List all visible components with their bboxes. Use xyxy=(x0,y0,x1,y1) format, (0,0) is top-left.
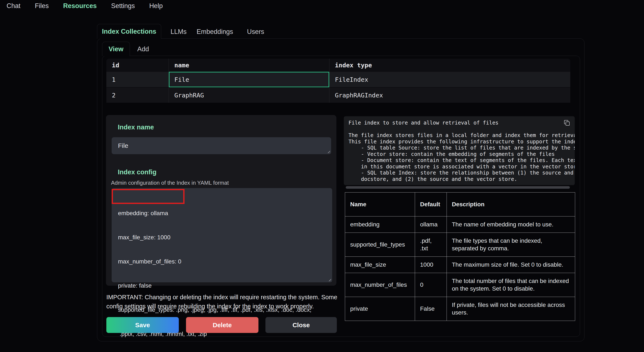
col-header-param-name: Name xyxy=(345,192,415,216)
cell-index-type[interactable]: GraphRAGIndex xyxy=(329,88,570,103)
yaml-line: max_file_size: 1000 xyxy=(118,234,332,242)
index-config-info: Admin configuration of the Index in YAML… xyxy=(111,180,229,186)
params-row: private False If private, files will not… xyxy=(345,297,575,321)
param-description: The file types that can be indexed, sepa… xyxy=(447,233,575,257)
param-name: embedding xyxy=(345,216,415,233)
cell-id[interactable]: 1 xyxy=(106,72,169,87)
param-description: The name of embedding model to use. xyxy=(447,216,575,233)
cell-index-type[interactable]: FileIndex xyxy=(329,72,570,87)
index-collections-table: id name index type 1 File FileIndex 2 Gr… xyxy=(106,59,570,103)
params-header-row: Name Default Description xyxy=(345,192,575,216)
resize-handle[interactable] xyxy=(326,150,330,153)
yaml-line: embedding: ollama xyxy=(118,209,332,217)
doc-line: docstore, and (2) the source and the vec… xyxy=(348,176,575,182)
param-default: False xyxy=(415,297,447,321)
app: Chat Files Resources Settings Help Index… xyxy=(0,0,644,352)
col-header-id: id xyxy=(106,59,169,72)
param-description: If private, files will not be accessible… xyxy=(447,297,575,321)
index-params-table: Name Default Description embedding ollam… xyxy=(345,192,575,321)
doc-line: - SQL table Source: store the list of fi… xyxy=(348,145,575,151)
nav-files[interactable]: Files xyxy=(35,2,48,10)
nav-resources[interactable]: Resources xyxy=(63,2,97,10)
param-default: ollama xyxy=(415,216,447,233)
tab-add[interactable]: Add xyxy=(137,45,149,53)
copy-button[interactable] xyxy=(564,120,571,127)
param-default: 1000 xyxy=(415,257,447,273)
col-header-index-type: index type xyxy=(329,59,570,72)
col-header-default: Default xyxy=(415,192,447,216)
param-description: The total number of files that can be in… xyxy=(447,273,575,297)
save-button[interactable]: Save xyxy=(106,317,179,333)
tab-llms[interactable]: LLMs xyxy=(170,28,187,36)
doc-line: File index to store and allow retrieval … xyxy=(348,120,575,126)
close-button[interactable]: Close xyxy=(266,317,337,333)
main-nav: Chat Files Resources Settings Help xyxy=(6,2,163,10)
index-name-label: Index name xyxy=(118,124,154,131)
params-row: max_number_of_files 0 The total number o… xyxy=(345,273,575,297)
cell-name-selected[interactable]: File xyxy=(169,72,329,87)
index-name-input[interactable]: File xyxy=(112,137,331,154)
yaml-line: max_number_of_files: 0 xyxy=(118,258,332,266)
param-description: The maximum size of file. Set 0 to disab… xyxy=(447,257,575,273)
param-name: supported_file_types xyxy=(345,233,415,257)
params-row: supported_file_types .pdf, .txt The file… xyxy=(345,233,575,257)
table-row: 1 File FileIndex xyxy=(106,72,570,87)
params-row: max_file_size 1000 The maximum size of f… xyxy=(345,257,575,273)
index-form-card: Index name File Index config Admin confi… xyxy=(106,115,336,286)
doc-line: in this document store is associated wit… xyxy=(348,164,575,170)
param-name: max_file_size xyxy=(345,257,415,273)
param-name: private xyxy=(345,297,415,321)
param-name: max_number_of_files xyxy=(345,273,415,297)
warning-line: config settings will require rebuilding … xyxy=(106,302,342,311)
doc-line: - Vector store: contain the embedding of… xyxy=(348,151,575,157)
doc-line xyxy=(348,126,575,132)
index-config-textarea[interactable]: embedding: ollama max_file_size: 1000 ma… xyxy=(112,188,332,282)
tab-index-collections[interactable]: Index Collections xyxy=(97,24,161,39)
tab-users[interactable]: Users xyxy=(247,28,264,36)
table-header-row: id name index type xyxy=(106,59,570,72)
delete-button[interactable]: Delete xyxy=(186,317,258,333)
tab-embeddings[interactable]: Embeddings xyxy=(196,28,233,36)
index-name-value: File xyxy=(118,142,128,149)
table-row: 2 GraphRAG GraphRAGIndex xyxy=(106,87,570,103)
doc-line: This file index provides the following i… xyxy=(348,138,575,145)
col-header-description: Description xyxy=(447,192,575,216)
horizontal-scrollbar[interactable] xyxy=(346,186,570,189)
nav-chat[interactable]: Chat xyxy=(6,2,20,10)
index-config-label: Index config xyxy=(118,168,156,176)
doc-line: - Document store: contain the text of se… xyxy=(348,157,575,164)
warning-line: IMPORTANT: Changing or deleting the inde… xyxy=(106,293,342,302)
nav-settings[interactable]: Settings xyxy=(111,2,135,10)
index-doc-panel: File index to store and allow retrieval … xyxy=(344,116,575,185)
param-default: .pdf, .txt xyxy=(415,233,447,257)
param-default: 0 xyxy=(415,273,447,297)
yaml-line: private: false xyxy=(118,282,332,290)
params-row: embedding ollama The name of embedding m… xyxy=(345,216,575,233)
col-header-name: name xyxy=(169,59,329,72)
resize-handle[interactable] xyxy=(328,278,331,281)
doc-line: - SQL table Index: store the relationshi… xyxy=(348,170,575,176)
cell-id[interactable]: 2 xyxy=(106,88,169,103)
cell-name[interactable]: GraphRAG xyxy=(169,88,329,103)
nav-help[interactable]: Help xyxy=(149,2,163,10)
doc-line: The file index stores files in a local f… xyxy=(348,132,575,138)
warning-text: IMPORTANT: Changing or deleting the inde… xyxy=(106,293,342,311)
tab-view[interactable]: View xyxy=(102,42,130,56)
